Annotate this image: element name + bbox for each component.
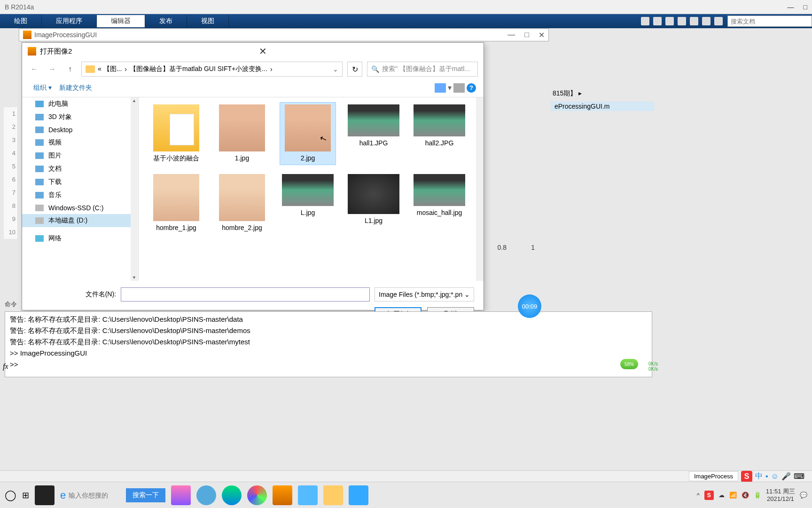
matlab-icon[interactable]: [273, 485, 292, 505]
file-list: 基于小波的融合 1.jpg 2.jpg hall1.JPG hall2.JPG …: [139, 97, 484, 281]
onedrive-icon[interactable]: ☁: [718, 492, 725, 499]
help-icon[interactable]: [714, 17, 723, 25]
battery-icon[interactable]: 🔋: [754, 492, 761, 499]
sidebar-item-drive-d[interactable]: 本地磁盘 (D:): [22, 214, 138, 227]
file-item[interactable]: hall2.JPG: [411, 102, 468, 165]
chevron-down-icon[interactable]: ▾: [448, 83, 452, 92]
preview-pane-icon[interactable]: [453, 83, 465, 93]
minimize-icon[interactable]: —: [508, 31, 515, 40]
ie-icon[interactable]: [196, 485, 216, 505]
folder-path[interactable]: 815期】 ▸: [551, 87, 654, 100]
scrollbar[interactable]: [476, 97, 484, 281]
gui-window-title: ImageProcessingGUI: [34, 31, 508, 39]
explorer-icon[interactable]: [323, 485, 343, 505]
redo-icon[interactable]: [702, 17, 710, 25]
matlab-icon: [23, 31, 31, 39]
app-icon[interactable]: [171, 485, 191, 505]
copy-icon[interactable]: [665, 17, 674, 25]
file-item[interactable]: hall1.JPG: [345, 102, 402, 165]
sidebar-item-this-pc[interactable]: 此电脑: [22, 97, 138, 111]
file-item[interactable]: hombre_2.jpg: [214, 172, 270, 234]
maximize-icon[interactable]: □: [524, 31, 529, 40]
view-mode-icon[interactable]: [435, 83, 446, 93]
tab-editor[interactable]: 编辑器: [97, 15, 145, 27]
sidebar-item-downloads[interactable]: 下载: [22, 175, 138, 189]
clock[interactable]: 11:51 周三 2021/12/1: [766, 488, 795, 502]
volume-icon[interactable]: 🔇: [742, 492, 749, 499]
minimize-icon[interactable]: —: [788, 3, 794, 11]
edge-icon[interactable]: [222, 485, 242, 505]
command-window[interactable]: 警告: 名称不存在或不是目录: C:\Users\lenovo\Desktop\…: [5, 311, 652, 377]
sidebar-item-desktop[interactable]: Desktop: [22, 124, 138, 136]
file-entry[interactable]: eProcessingGUI.m: [551, 102, 654, 111]
network-icon[interactable]: 📶: [729, 492, 737, 499]
sidebar-item-documents[interactable]: 文档: [22, 162, 138, 175]
tab-plot[interactable]: 绘图: [0, 15, 42, 27]
close-icon[interactable]: ✕: [259, 46, 478, 57]
breadcrumb[interactable]: « 【图... › 【图像融合】基于matlab GUI SIFT+小波变换..…: [81, 62, 343, 77]
tab-publish[interactable]: 发布: [145, 15, 187, 27]
mic-icon[interactable]: 🎤: [781, 472, 791, 481]
file-item-folder[interactable]: 基于小波的融合: [148, 102, 204, 165]
chevron-up-icon[interactable]: ^: [697, 492, 700, 499]
editor-gutter: 123 456 789 10: [4, 107, 18, 239]
toolstrip: 绘图 应用程序 编辑器 发布 视图: [0, 14, 812, 28]
recording-timer-badge[interactable]: 00:09: [518, 294, 541, 318]
statusbar: ImageProcess S 中 • ☺ 🎤 ⌨: [0, 470, 812, 482]
save-icon[interactable]: [641, 17, 649, 25]
file-item[interactable]: 2.jpg: [280, 102, 336, 165]
sidebar-item-music[interactable]: 音乐: [22, 189, 138, 202]
start-icon[interactable]: ◯: [5, 489, 16, 501]
search-icon: 🔍: [371, 65, 379, 73]
photos-icon[interactable]: [349, 485, 368, 505]
back-icon[interactable]: ←: [28, 63, 41, 76]
tab-apps[interactable]: 应用程序: [42, 15, 97, 27]
ime-indicator[interactable]: 中: [755, 471, 763, 481]
status-file[interactable]: ImageProcess: [689, 471, 738, 481]
maximize-icon[interactable]: □: [804, 3, 807, 11]
new-folder-button[interactable]: 新建文件夹: [55, 82, 96, 94]
taskbar-search[interactable]: e: [60, 488, 120, 502]
fx-prompt-icon[interactable]: fx: [3, 362, 8, 371]
sidebar-item-pictures[interactable]: 图片: [22, 149, 138, 162]
paste-icon[interactable]: [678, 17, 686, 25]
chevron-down-icon[interactable]: ⌄: [333, 65, 338, 73]
sidebar-item-drive-c[interactable]: Windows-SSD (C:): [22, 202, 138, 214]
help-icon[interactable]: ?: [467, 83, 476, 93]
sogou-icon[interactable]: S: [741, 471, 752, 482]
battery-badge[interactable]: 58%: [620, 359, 638, 369]
scrollbar[interactable]: [131, 97, 138, 281]
sidebar-item-network[interactable]: 网络: [22, 232, 138, 245]
close-icon[interactable]: ✕: [539, 31, 545, 40]
search-button[interactable]: 搜索一下: [126, 488, 165, 502]
sidebar-item-videos[interactable]: 视频: [22, 136, 138, 149]
file-filter-select[interactable]: Image Files (*.bmp;*.jpg;*.pn⌄: [375, 287, 474, 302]
dialog-search[interactable]: 🔍 搜索" 【图像融合】基于matl...: [367, 62, 478, 77]
keyboard-icon[interactable]: ⌨: [794, 472, 804, 481]
browser-icon[interactable]: [247, 485, 267, 505]
search-docs-input[interactable]: [727, 16, 812, 27]
cut-icon[interactable]: [653, 17, 662, 25]
sidebar-item-3d[interactable]: 3D 对象: [22, 111, 138, 124]
notification-icon[interactable]: 💬: [800, 492, 807, 499]
file-item[interactable]: L1.jpg: [345, 172, 402, 234]
app-icon[interactable]: [298, 485, 318, 505]
forward-icon[interactable]: →: [46, 63, 59, 76]
file-item[interactable]: mosaic_hall.jpg: [411, 172, 468, 234]
task-view-icon[interactable]: ⊞: [22, 490, 29, 500]
up-icon[interactable]: ↑: [63, 63, 77, 76]
undo-icon[interactable]: [690, 17, 698, 25]
main-titlebar: B R2014a — □: [0, 0, 812, 14]
filename-input[interactable]: [121, 287, 370, 302]
organize-button[interactable]: 组织 ▾: [30, 82, 55, 94]
sogou-icon[interactable]: S: [704, 491, 714, 500]
taskbar-search-input[interactable]: [69, 488, 120, 502]
emoji-icon[interactable]: ☺: [771, 472, 779, 481]
ime-icon[interactable]: •: [765, 472, 768, 481]
tab-view[interactable]: 视图: [187, 15, 229, 27]
file-item[interactable]: 1.jpg: [214, 102, 270, 165]
app-icon[interactable]: [35, 485, 55, 505]
refresh-icon[interactable]: ↻: [347, 62, 362, 77]
file-item[interactable]: hombre_1.jpg: [148, 172, 204, 234]
file-item[interactable]: L.jpg: [280, 172, 336, 234]
